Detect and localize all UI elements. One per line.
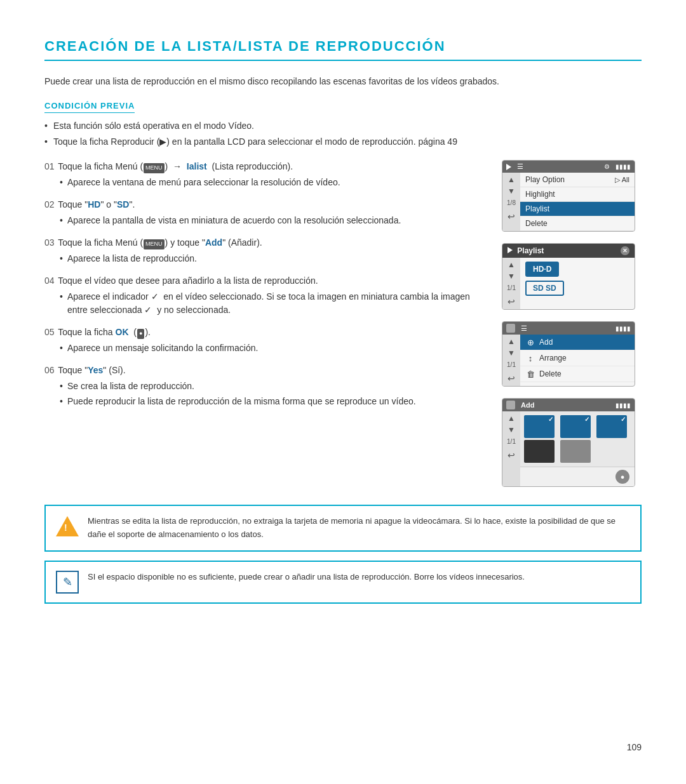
menu-delete: 🗑 Delete [520, 366, 635, 382]
back-button[interactable]: ↩ [508, 211, 515, 222]
back-button-2[interactable]: ↩ [508, 296, 515, 307]
nav-arrow-up-4[interactable]: ▲ [508, 414, 515, 423]
screen-4: Add ▮▮▮▮ ▲ ▼ 1/1 ↩ [502, 398, 635, 487]
thumb-3[interactable] [596, 415, 627, 438]
menu-row-delete: Delete [520, 216, 635, 231]
note-box: SI el espacio disponible no es suficient… [44, 561, 642, 604]
back-button-4[interactable]: ↩ [508, 450, 515, 460]
step-5: 05 Toque la ficha OK (●). Aparece un men… [44, 326, 483, 355]
intro-text: Puede crear una lista de reproducción en… [44, 75, 642, 88]
page-title: CREACIÓN DE LA LISTA/LISTA DE REPRODUCCI… [44, 38, 642, 61]
warning-icon [56, 516, 79, 536]
menu-row-playlist: Playlist [520, 202, 635, 216]
screen1-header: ☰ ⚙ ▮▮▮▮ [502, 161, 635, 173]
step-6: 06 Toque "Yes" (Sí). Se crea la lista de… [44, 364, 483, 408]
nav-arrow-down-3[interactable]: ▼ [508, 349, 515, 357]
conditions-list: Esta función sólo está operativa en el m… [44, 119, 642, 149]
condition-item: Toque la ficha Reproducir (▶) en la pant… [44, 135, 642, 149]
thumb-5[interactable] [560, 440, 591, 463]
ok-button[interactable]: ● [615, 470, 629, 484]
step-2-sub: Aparece la pantalla de vista en miniatur… [60, 214, 483, 227]
screen-2: Playlist ✕ ▲ ▼ 1/1 ↩ HD·D [502, 243, 635, 310]
menu-row-highlight: Highlight [520, 187, 635, 202]
screen4-header: Add ▮▮▮▮ [502, 399, 635, 411]
step-2: 02 Toque "HD" o "SD". Aparece la pantall… [44, 198, 483, 227]
step-1: 01 Toque la ficha Menú (MENU) → Ialist (… [44, 160, 483, 189]
back-button-3[interactable]: ↩ [508, 373, 515, 383]
hd-option[interactable]: HD·D [525, 262, 559, 277]
nav-arrow-down[interactable]: ▼ [508, 187, 515, 196]
nav-arrow-down-2[interactable]: ▼ [508, 272, 515, 281]
page-number: 109 [627, 742, 642, 752]
nav-arrow-down-4[interactable]: ▼ [508, 425, 515, 434]
section-header: CONDICIÓN PREVIA [44, 101, 135, 113]
step-1-num: 01 [44, 160, 55, 173]
play-icon [506, 164, 511, 170]
nav-arrow-up[interactable]: ▲ [508, 175, 515, 184]
screen3-header: ☰ ▮▮▮▮ [502, 322, 635, 335]
step-3-sub: Aparece la lista de reproducción. [60, 252, 483, 265]
screen-1: ☰ ⚙ ▮▮▮▮ ▲ ▼ 1/8 ↩ Play Option ▷ All [502, 160, 635, 232]
menu-row-play-option: Play Option ▷ All [520, 173, 635, 187]
step-4-sub-1: Aparece el indicador ✓ en el vídeo selec… [60, 290, 483, 317]
nav-arrow-up-3[interactable]: ▲ [508, 337, 515, 346]
warning-text: Mientras se edita la lista de reproducci… [88, 515, 630, 541]
screen-3: ☰ ▮▮▮▮ ▲ ▼ 1/1 ↩ ⊕ Add ↕ Arran [502, 321, 635, 387]
condition-item: Esta función sólo está operativa en el m… [44, 119, 642, 133]
step-4: 04 Toque el vídeo que desee para añadirl… [44, 274, 483, 317]
step-6-sub-2: Puede reproducir la lista de reproducció… [60, 395, 483, 408]
step-3-num: 03 [44, 236, 55, 249]
step-1-sub: Aparece la ventana de menú para seleccio… [60, 176, 483, 189]
thumb-2[interactable] [560, 415, 591, 438]
close-button[interactable]: ✕ [621, 246, 629, 255]
step-5-sub: Aparece un mensaje solicitando la confir… [60, 342, 483, 355]
menu-arrange: ↕ Arrange [520, 350, 635, 366]
sd-option[interactable]: SD SD [525, 281, 564, 296]
thumb-1[interactable] [524, 415, 555, 438]
step-2-num: 02 [44, 198, 55, 211]
step-5-num: 05 [44, 326, 55, 339]
nav-arrow-up-2[interactable]: ▲ [508, 260, 515, 269]
note-icon [56, 571, 79, 594]
step-4-num: 04 [44, 274, 55, 288]
menu-add: ⊕ Add [520, 335, 635, 350]
warning-box: Mientras se edita la lista de reproducci… [44, 505, 642, 552]
step-6-sub-1: Se crea la lista de reproducción. [60, 380, 483, 393]
step-3: 03 Toque la ficha Menú (MENU) y toque "A… [44, 236, 483, 265]
screen2-title-text: Playlist [508, 246, 544, 255]
steps-column: 01 Toque la ficha Menú (MENU) → Ialist (… [44, 160, 489, 487]
thumb-4[interactable] [524, 440, 555, 463]
ui-screens-column: ☰ ⚙ ▮▮▮▮ ▲ ▼ 1/8 ↩ Play Option ▷ All [502, 160, 642, 487]
step-6-num: 06 [44, 364, 55, 377]
note-text: SI el espacio disponible no es suficient… [88, 571, 525, 584]
